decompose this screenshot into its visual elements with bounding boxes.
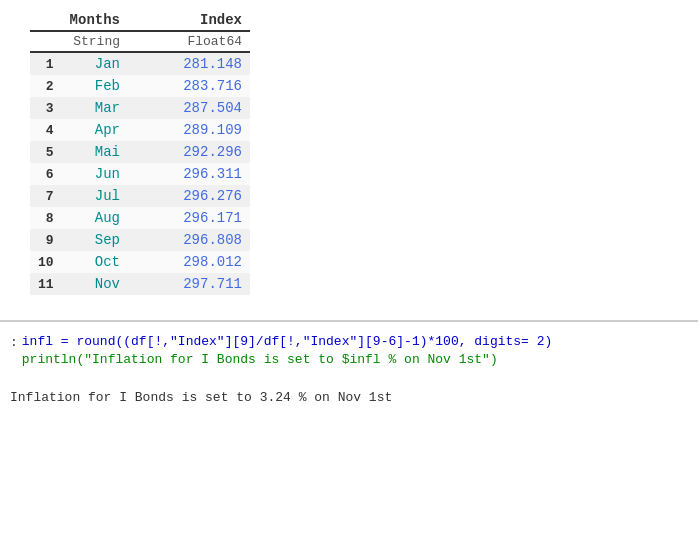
code-section: : infl = round((df[!,"Index"][9]/df[!,"I… <box>0 320 698 382</box>
code-line-2-text: println("Inflation for I Bonds is set to… <box>22 352 498 367</box>
row-month: Nov <box>62 273 128 295</box>
row-number: 2 <box>30 75 62 97</box>
table-row: 5Mai292.296 <box>30 141 250 163</box>
row-index: 287.504 <box>128 97 250 119</box>
row-index: 292.296 <box>128 141 250 163</box>
row-number: 8 <box>30 207 62 229</box>
index-header: Index <box>128 10 250 31</box>
row-month: Mar <box>62 97 128 119</box>
output-text: Inflation for I Bonds is set to 3.24 % o… <box>10 390 392 405</box>
row-num-type <box>30 31 62 52</box>
row-month: Jun <box>62 163 128 185</box>
row-month: Jan <box>62 52 128 75</box>
row-index: 297.711 <box>128 273 250 295</box>
row-month: Aug <box>62 207 128 229</box>
row-number: 3 <box>30 97 62 119</box>
code-prompt: : <box>10 334 18 350</box>
table-section: Months Index String Float64 1Jan281.1482… <box>0 0 698 305</box>
row-number: 7 <box>30 185 62 207</box>
index-type: Float64 <box>128 31 250 52</box>
row-month: Mai <box>62 141 128 163</box>
code-line-1: : infl = round((df[!,"Index"][9]/df[!,"I… <box>10 334 688 350</box>
code-prompt-2 <box>10 352 18 368</box>
row-month: Sep <box>62 229 128 251</box>
row-index: 296.276 <box>128 185 250 207</box>
row-index: 296.311 <box>128 163 250 185</box>
row-month: Jul <box>62 185 128 207</box>
row-number: 6 <box>30 163 62 185</box>
data-table: Months Index String Float64 1Jan281.1482… <box>30 10 250 295</box>
table-row: 3Mar287.504 <box>30 97 250 119</box>
table-row: 4Apr289.109 <box>30 119 250 141</box>
row-month: Oct <box>62 251 128 273</box>
row-number: 1 <box>30 52 62 75</box>
row-month: Feb <box>62 75 128 97</box>
row-index: 296.808 <box>128 229 250 251</box>
row-number: 4 <box>30 119 62 141</box>
table-row: 1Jan281.148 <box>30 52 250 75</box>
row-index: 298.012 <box>128 251 250 273</box>
row-index: 281.148 <box>128 52 250 75</box>
table-row: 7Jul296.276 <box>30 185 250 207</box>
table-row: 9Sep296.808 <box>30 229 250 251</box>
table-row: 11Nov297.711 <box>30 273 250 295</box>
table-row: 10Oct298.012 <box>30 251 250 273</box>
table-row: 8Aug296.171 <box>30 207 250 229</box>
months-header: Months <box>62 10 128 31</box>
row-month: Apr <box>62 119 128 141</box>
code-line-2: println("Inflation for I Bonds is set to… <box>10 352 688 368</box>
row-number: 5 <box>30 141 62 163</box>
row-number: 11 <box>30 273 62 295</box>
table-row: 2Feb283.716 <box>30 75 250 97</box>
code-line-1-text: infl = round((df[!,"Index"][9]/df[!,"Ind… <box>22 334 553 349</box>
table-row: 6Jun296.311 <box>30 163 250 185</box>
output-section: Inflation for I Bonds is set to 3.24 % o… <box>0 382 698 413</box>
row-num-header <box>30 10 62 31</box>
row-number: 9 <box>30 229 62 251</box>
row-number: 10 <box>30 251 62 273</box>
row-index: 296.171 <box>128 207 250 229</box>
months-type: String <box>62 31 128 52</box>
row-index: 289.109 <box>128 119 250 141</box>
row-index: 283.716 <box>128 75 250 97</box>
